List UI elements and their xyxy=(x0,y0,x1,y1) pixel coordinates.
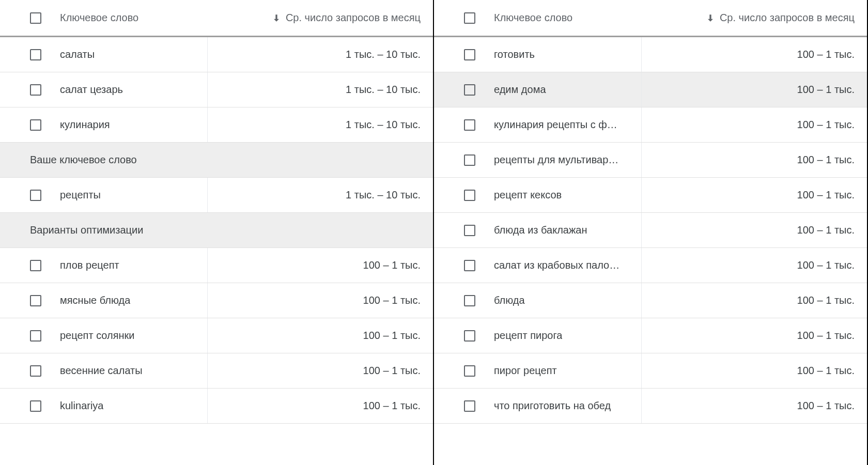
volume-header-label: Ср. число запросов в месяц xyxy=(286,12,421,24)
volume-cell: 100 – 1 тыс. xyxy=(642,189,867,201)
row-checkbox[interactable] xyxy=(30,119,41,131)
table-header-row: Ключевое слово Ср. число запросов в меся… xyxy=(0,0,433,37)
keyword-cell: блюда xyxy=(434,283,642,318)
table-row[interactable]: рецепты для мультивар…100 – 1 тыс. xyxy=(434,143,867,178)
row-checkbox[interactable] xyxy=(464,295,475,306)
row-checkbox[interactable] xyxy=(464,190,475,201)
keyword-text: салаты xyxy=(60,49,95,60)
table-row[interactable]: пирог рецепт100 – 1 тыс. xyxy=(434,353,867,389)
keyword-cell: салаты xyxy=(0,37,208,72)
volume-cell: 100 – 1 тыс. xyxy=(642,365,867,377)
table-row[interactable]: рецепт кексов100 – 1 тыс. xyxy=(434,178,867,213)
table-row[interactable]: блюда100 – 1 тыс. xyxy=(434,283,867,318)
keyword-text: пирог рецепт xyxy=(494,365,557,377)
row-checkbox[interactable] xyxy=(30,49,41,60)
volume-cell: 100 – 1 тыс. xyxy=(642,84,867,96)
keyword-text: рецепт кексов xyxy=(494,189,562,201)
volume-cell: 100 – 1 тыс. xyxy=(642,49,867,60)
volume-header-label: Ср. число запросов в месяц xyxy=(720,12,855,24)
row-checkbox[interactable] xyxy=(464,154,475,166)
keyword-cell: готовить xyxy=(434,37,642,72)
keyword-column-header[interactable]: Ключевое слово xyxy=(434,12,642,24)
volume-cell: 1 тыс. – 10 тыс. xyxy=(208,49,433,60)
table-row[interactable]: рецепты1 тыс. – 10 тыс. xyxy=(0,178,433,213)
arrow-down-icon xyxy=(271,13,282,23)
keyword-cell: блюда из баклажан xyxy=(434,213,642,247)
keyword-cell: плов рецепт xyxy=(0,248,208,283)
right-rows-container: готовить100 – 1 тыс.едим дома100 – 1 тыс… xyxy=(434,37,867,424)
row-checkbox[interactable] xyxy=(464,84,475,96)
right-panel: Ключевое слово Ср. число запросов в меся… xyxy=(434,0,868,465)
volume-cell: 1 тыс. – 10 тыс. xyxy=(208,189,433,201)
table-row[interactable]: kulinariya100 – 1 тыс. xyxy=(0,389,433,424)
volume-cell: 100 – 1 тыс. xyxy=(208,259,433,271)
row-checkbox[interactable] xyxy=(30,295,41,306)
row-checkbox[interactable] xyxy=(30,260,41,271)
row-checkbox[interactable] xyxy=(464,365,475,377)
keyword-cell: рецепты xyxy=(0,178,208,212)
row-checkbox[interactable] xyxy=(30,400,41,412)
table-row[interactable]: плов рецепт100 – 1 тыс. xyxy=(0,248,433,283)
keyword-header-label: Ключевое слово xyxy=(60,12,138,24)
volume-cell: 100 – 1 тыс. xyxy=(642,224,867,236)
select-all-checkbox[interactable] xyxy=(30,12,41,24)
table-row[interactable]: салат из крабовых пало…100 – 1 тыс. xyxy=(434,248,867,283)
table-row[interactable]: рецепт пирога100 – 1 тыс. xyxy=(434,318,867,353)
table-row[interactable]: салат цезарь1 тыс. – 10 тыс. xyxy=(0,72,433,107)
keyword-cell: салат из крабовых пало… xyxy=(434,248,642,283)
keyword-text: рецепты xyxy=(60,189,101,201)
table-row[interactable]: блюда из баклажан100 – 1 тыс. xyxy=(434,213,867,248)
table-row[interactable]: что приготовить на обед100 – 1 тыс. xyxy=(434,389,867,424)
keyword-cell: кулинария рецепты с ф… xyxy=(434,107,642,142)
keyword-cell: что приготовить на обед xyxy=(434,389,642,423)
keyword-text: кулинария xyxy=(60,119,110,131)
volume-cell: 100 – 1 тыс. xyxy=(642,295,867,306)
table-row[interactable]: кулинария рецепты с ф…100 – 1 тыс. xyxy=(434,107,867,143)
keyword-text: блюда из баклажан xyxy=(494,224,587,236)
row-checkbox[interactable] xyxy=(464,49,475,60)
arrow-down-icon xyxy=(705,13,716,23)
keyword-cell: рецепты для мультивар… xyxy=(434,143,642,177)
table-row[interactable]: рецепт солянки100 – 1 тыс. xyxy=(0,318,433,353)
keyword-cell: рецепт пирога xyxy=(434,318,642,353)
left-panel: Ключевое слово Ср. число запросов в меся… xyxy=(0,0,434,465)
volume-cell: 100 – 1 тыс. xyxy=(642,119,867,131)
volume-cell: 100 – 1 тыс. xyxy=(642,259,867,271)
row-checkbox[interactable] xyxy=(464,225,475,236)
keyword-cell: kulinariya xyxy=(0,389,208,423)
volume-column-header[interactable]: Ср. число запросов в месяц xyxy=(642,12,867,24)
row-checkbox[interactable] xyxy=(464,330,475,342)
keyword-header-label: Ключевое слово xyxy=(494,12,572,24)
section-header: Варианты оптимизации xyxy=(0,213,433,248)
keyword-column-header[interactable]: Ключевое слово xyxy=(0,12,208,24)
table-row[interactable]: кулинария1 тыс. – 10 тыс. xyxy=(0,107,433,143)
row-checkbox[interactable] xyxy=(464,119,475,131)
table-row[interactable]: весенние салаты100 – 1 тыс. xyxy=(0,353,433,389)
volume-cell: 100 – 1 тыс. xyxy=(208,400,433,412)
select-all-checkbox[interactable] xyxy=(464,12,475,24)
volume-cell: 100 – 1 тыс. xyxy=(208,330,433,342)
row-checkbox[interactable] xyxy=(30,365,41,377)
keyword-text: рецепт солянки xyxy=(60,330,135,342)
row-checkbox[interactable] xyxy=(30,84,41,96)
row-checkbox[interactable] xyxy=(30,330,41,342)
keyword-text: что приготовить на обед xyxy=(494,400,611,412)
volume-cell: 100 – 1 тыс. xyxy=(208,295,433,306)
row-checkbox[interactable] xyxy=(30,190,41,201)
row-checkbox[interactable] xyxy=(464,260,475,271)
keyword-cell: кулинария xyxy=(0,107,208,142)
volume-cell: 100 – 1 тыс. xyxy=(208,365,433,377)
volume-cell: 100 – 1 тыс. xyxy=(642,400,867,412)
table-row[interactable]: салаты1 тыс. – 10 тыс. xyxy=(0,37,433,72)
keyword-cell: мясные блюда xyxy=(0,283,208,318)
table-row[interactable]: едим дома100 – 1 тыс. xyxy=(434,72,867,107)
keyword-cell: рецепт кексов xyxy=(434,178,642,212)
keyword-text: готовить xyxy=(494,49,535,60)
table-row[interactable]: мясные блюда100 – 1 тыс. xyxy=(0,283,433,318)
keyword-cell: весенние салаты xyxy=(0,353,208,388)
keyword-text: рецепт пирога xyxy=(494,330,562,342)
keyword-cell: едим дома xyxy=(434,72,642,107)
table-row[interactable]: готовить100 – 1 тыс. xyxy=(434,37,867,72)
volume-column-header[interactable]: Ср. число запросов в месяц xyxy=(208,12,433,24)
row-checkbox[interactable] xyxy=(464,400,475,412)
